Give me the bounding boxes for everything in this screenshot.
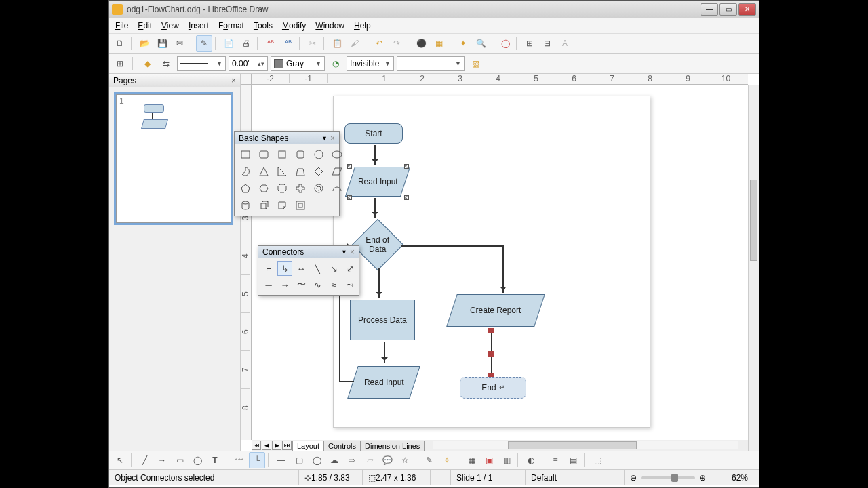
rotate-icon[interactable]: ◐ — [523, 452, 539, 468]
connectors-panel[interactable]: Connectors▼× ⌐ ↳ ↔ ╲ ↘ ⤢ ─ → 〜 ∿ ≈ ⤳ — [258, 245, 359, 296]
menu-modify[interactable]: Modify — [277, 20, 311, 32]
conn-straight-arrow-icon[interactable]: → — [277, 277, 292, 292]
shape-righttri-icon[interactable] — [274, 164, 290, 179]
redo-icon[interactable]: ↷ — [389, 35, 405, 52]
connector[interactable] — [378, 268, 380, 298]
shape-rect-icon[interactable] — [237, 147, 254, 162]
shape-diamond-icon[interactable] — [311, 164, 327, 179]
line-icon[interactable]: ╱ — [136, 452, 153, 468]
extrusion-icon[interactable]: ⬚ — [589, 452, 606, 468]
shape-start[interactable]: Start — [344, 123, 403, 144]
symbol-shapes-icon[interactable]: ☁ — [326, 452, 342, 468]
nav-first-icon[interactable]: ⏮ — [252, 441, 261, 450]
arrow-style-icon[interactable]: ⊞ — [112, 56, 128, 72]
shape-ellipse-icon[interactable] — [329, 147, 345, 162]
menu-help[interactable]: Help — [349, 20, 376, 32]
shape-folded-icon[interactable] — [274, 198, 290, 213]
spellcheck-icon[interactable]: ᴬᴮ — [262, 35, 279, 52]
shape-end[interactable]: End↵ — [460, 377, 526, 399]
menu-edit[interactable]: Edit — [133, 20, 157, 32]
shape-create-report[interactable]: Create Report — [446, 294, 545, 327]
connector[interactable] — [374, 145, 376, 165]
text-icon[interactable]: T — [207, 452, 223, 468]
fill-style-select[interactable]: Invisible▼ — [347, 56, 394, 71]
basic-shapes-panel[interactable]: Basic Shapes▼× — [234, 131, 340, 216]
shape-end-of-data[interactable]: End of Data — [352, 219, 403, 270]
pointer-icon[interactable]: ↖ — [112, 452, 128, 468]
from-file-icon[interactable]: ▣ — [481, 452, 497, 468]
arrange-icon[interactable]: ▤ — [565, 452, 581, 468]
zoom-slider[interactable]: ⊖⊕ — [625, 470, 726, 485]
navigator-icon[interactable]: ✦ — [455, 35, 471, 52]
connection-point-icon[interactable] — [347, 164, 352, 169]
maximize-button[interactable]: ▭ — [719, 3, 737, 16]
autospell-icon[interactable]: ᴬᴮ — [280, 35, 296, 52]
shape-roundsquare-icon[interactable] — [292, 147, 309, 162]
zoom-icon[interactable]: 🔍 — [473, 35, 489, 52]
shape-roundrect-icon[interactable] — [256, 147, 272, 162]
shape-ring-icon[interactable] — [311, 181, 327, 196]
conn-both-icon[interactable]: ↔ — [294, 261, 309, 276]
fontwork-icon[interactable]: ▦ — [463, 452, 479, 468]
connection-point-icon[interactable] — [404, 195, 409, 200]
line-color-select[interactable]: Gray▼ — [271, 56, 325, 71]
glue-icon[interactable]: ✧ — [439, 452, 455, 468]
table-icon[interactable]: ▦ — [431, 35, 447, 52]
shape-read-input-1[interactable]: Read Input — [345, 167, 410, 197]
conn-standard-icon[interactable]: ⌐ — [261, 261, 276, 276]
basic-shapes-icon[interactable]: ◯ — [309, 452, 325, 468]
open-icon[interactable]: 📂 — [136, 35, 153, 52]
arrow-ends-icon[interactable]: ⇆ — [158, 56, 174, 72]
shape-pie-icon[interactable] — [237, 164, 254, 179]
basic-shapes-title[interactable]: Basic Shapes▼× — [235, 132, 339, 144]
export-pdf-icon[interactable]: 📄 — [220, 35, 237, 52]
line-width-input[interactable]: 0.00"▴▾ — [229, 56, 268, 71]
tab-controls[interactable]: Controls — [323, 441, 361, 451]
rectangle-icon[interactable]: ▭ — [172, 452, 188, 468]
menu-tools[interactable]: Tools — [249, 20, 277, 32]
conn-line-icon[interactable]: ╲ — [310, 261, 325, 276]
menu-insert[interactable]: Insert — [184, 20, 214, 32]
cut-icon[interactable]: ✂ — [304, 35, 321, 52]
connector-icon[interactable]: └ — [249, 452, 265, 468]
horizontal-scrollbar[interactable] — [433, 441, 738, 449]
connectors-title[interactable]: Connectors▼× — [258, 246, 359, 258]
print-icon[interactable]: 🖨 — [238, 35, 254, 52]
conn-curve4-icon[interactable]: ⤳ — [342, 277, 357, 292]
points-icon[interactable]: ✎ — [421, 452, 437, 468]
conn-curve-icon[interactable]: 〜 — [294, 277, 309, 292]
format-paint-icon[interactable]: 🖌 — [347, 35, 363, 52]
conn-curve3-icon[interactable]: ≈ — [326, 277, 341, 292]
fill-icon[interactable]: ◔ — [328, 56, 344, 72]
menu-format[interactable]: Format — [214, 20, 249, 32]
nav-next-icon[interactable]: ▶ — [272, 441, 281, 450]
tab-dimension-lines[interactable]: Dimension Lines — [360, 441, 425, 451]
ellipse-icon[interactable]: ◯ — [189, 452, 205, 468]
hyperlink-icon[interactable]: ⚫ — [413, 35, 429, 52]
flowchart-icon[interactable]: ▱ — [361, 452, 378, 468]
vertical-scrollbar[interactable] — [748, 85, 759, 451]
connection-point-icon[interactable] — [404, 164, 409, 169]
font-color-icon[interactable]: A — [557, 35, 573, 52]
handle-icon[interactable] — [488, 328, 494, 333]
curve-icon[interactable]: 〰 — [231, 452, 248, 468]
email-icon[interactable]: ✉ — [172, 35, 188, 52]
guides-icon[interactable]: ⊟ — [539, 35, 555, 52]
conn-curve2-icon[interactable]: ∿ — [310, 277, 325, 292]
menu-file[interactable]: File — [111, 20, 133, 32]
menu-view[interactable]: View — [157, 20, 184, 32]
connection-point-icon[interactable] — [347, 195, 352, 200]
shape-pentagon-icon[interactable] — [237, 181, 254, 196]
line-style-icon[interactable]: ◆ — [139, 56, 155, 72]
menu-window[interactable]: Window — [311, 20, 349, 32]
shape-arc-icon[interactable] — [329, 181, 345, 196]
drawing-page[interactable]: Start Read Input End of Data Process Dat… — [333, 96, 650, 428]
nav-last-icon[interactable]: ⏭ — [282, 441, 292, 450]
callouts-icon[interactable]: 💬 — [379, 452, 395, 468]
gallery-icon[interactable]: ▥ — [498, 452, 515, 468]
shape-hexagon-icon[interactable] — [256, 181, 272, 196]
3d-icon[interactable]: ▢ — [291, 452, 307, 468]
pages-panel-close-icon[interactable]: × — [231, 76, 236, 85]
shape-isotri-icon[interactable] — [256, 164, 272, 179]
new-icon[interactable]: 🗋 — [112, 35, 128, 52]
